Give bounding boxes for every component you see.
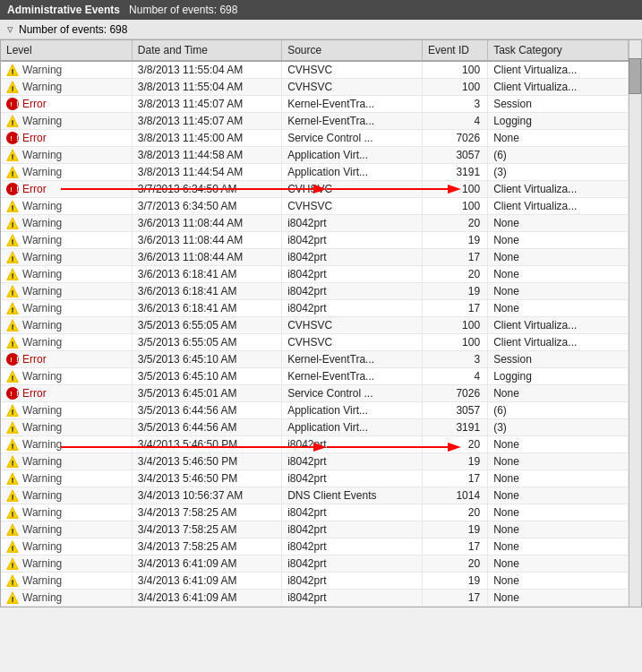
table-row[interactable]: !Warning3/4/2013 10:56:37 AMDNS Client E… xyxy=(1,487,629,504)
eventid-cell: 3 xyxy=(422,96,487,113)
table-row[interactable]: !Warning3/6/2013 11:08:44 AMi8042prt17No… xyxy=(1,249,629,266)
warning-icon: ! xyxy=(6,404,19,417)
level-cell: !Warning xyxy=(1,334,132,351)
table-row[interactable]: !Warning3/6/2013 6:18:41 AMi8042prt19Non… xyxy=(1,283,629,300)
svg-marker-48 xyxy=(7,473,18,484)
warning-icon: ! xyxy=(6,200,19,212)
datetime-cell: 3/4/2013 5:46:50 PM xyxy=(132,436,281,453)
source-cell: Application Virt... xyxy=(282,164,423,181)
level-label: Warning xyxy=(22,506,62,519)
datetime-cell: 3/6/2013 11:08:44 AM xyxy=(132,249,281,266)
taskcategory-cell: None xyxy=(488,556,629,573)
svg-text:!: ! xyxy=(12,545,14,553)
table-row[interactable]: !Warning3/8/2013 11:55:04 AMCVHSVC100Cli… xyxy=(1,79,629,96)
col-header-level[interactable]: Level xyxy=(1,40,132,61)
level-label: Warning xyxy=(22,319,62,332)
table-row[interactable]: !Warning3/4/2013 6:41:09 AMi8042prt17Non… xyxy=(1,590,629,607)
svg-text:!: ! xyxy=(10,186,12,193)
svg-text:!: ! xyxy=(12,562,14,570)
table-row[interactable]: !Warning3/8/2013 11:44:54 AMApplication … xyxy=(1,164,629,181)
eventid-cell: 4 xyxy=(422,113,487,130)
col-header-eventid[interactable]: Event ID xyxy=(422,40,487,61)
table-row[interactable]: !Warning3/4/2013 7:58:25 AMi8042prt20Non… xyxy=(1,504,629,521)
table-row[interactable]: !Error3/7/2013 6:34:50 AMCVHSVC100Client… xyxy=(1,181,629,198)
table-row[interactable]: !Warning3/8/2013 11:45:07 AMKernel-Event… xyxy=(1,113,629,130)
level-label: Warning xyxy=(22,81,62,93)
taskcategory-cell: (6) xyxy=(488,402,629,419)
taskcategory-cell: Client Virtualiza... xyxy=(488,198,629,215)
eventid-cell: 17 xyxy=(422,470,487,487)
table-row[interactable]: !Warning3/4/2013 5:46:50 PMi8042prt17Non… xyxy=(1,470,629,487)
scrollbar-thumb[interactable] xyxy=(629,58,641,94)
svg-marker-16 xyxy=(7,201,18,211)
eventid-cell: 20 xyxy=(422,436,487,453)
warning-icon: ! xyxy=(6,489,19,502)
table-row[interactable]: !Warning3/6/2013 6:18:41 AMi8042prt17Non… xyxy=(1,300,629,317)
table-row[interactable]: !Warning3/4/2013 7:58:25 AMi8042prt19Non… xyxy=(1,521,629,538)
table-row[interactable]: !Warning3/8/2013 11:44:58 AMApplication … xyxy=(1,147,629,164)
table-row[interactable]: !Warning3/4/2013 5:46:50 PMi8042prt20Non… xyxy=(1,436,629,453)
table-row[interactable]: !Error3/8/2013 11:45:07 AMKernel-EventTr… xyxy=(1,96,629,113)
table-row[interactable]: !Error3/5/2013 6:45:10 AMKernel-EventTra… xyxy=(1,351,629,368)
table-row[interactable]: !Warning3/5/2013 6:55:05 AMCVHSVC100Clie… xyxy=(1,317,629,334)
table-row[interactable]: !Warning3/6/2013 6:18:41 AMi8042prt20Non… xyxy=(1,266,629,283)
svg-marker-22 xyxy=(7,252,18,263)
table-row[interactable]: !Warning3/8/2013 11:55:04 AMCVHSVC100Cli… xyxy=(1,61,629,79)
level-label: Warning xyxy=(22,268,62,280)
col-header-source[interactable]: Source xyxy=(282,40,423,61)
svg-marker-40 xyxy=(7,405,18,416)
level-cell: !Warning xyxy=(1,470,132,487)
eventid-cell: 19 xyxy=(422,232,487,249)
datetime-cell: 3/6/2013 6:18:41 AM xyxy=(132,283,281,300)
table-row[interactable]: !Warning3/6/2013 11:08:44 AMi8042prt20No… xyxy=(1,215,629,232)
table-row[interactable]: !Warning3/5/2013 6:45:10 AMKernel-EventT… xyxy=(1,368,629,385)
level-label: Warning xyxy=(22,370,62,383)
table-row[interactable]: !Warning3/5/2013 6:44:56 AMApplication V… xyxy=(1,419,629,436)
svg-text:!: ! xyxy=(12,204,14,212)
table-row[interactable]: !Warning3/4/2013 6:41:09 AMi8042prt20Non… xyxy=(1,556,629,573)
warning-icon: ! xyxy=(6,455,19,468)
filter-icon[interactable]: ▿ xyxy=(7,22,13,36)
source-cell: Kernel-EventTra... xyxy=(282,368,423,385)
table-row[interactable]: !Warning3/7/2013 6:34:50 AMCVHSVC100Clie… xyxy=(1,198,629,215)
svg-text:!: ! xyxy=(12,596,14,604)
level-label: Warning xyxy=(22,166,62,178)
table-row[interactable]: !Error3/5/2013 6:45:01 AMService Control… xyxy=(1,385,629,402)
level-label: Warning xyxy=(22,438,62,451)
table-row[interactable]: !Warning3/6/2013 11:08:44 AMi8042prt19No… xyxy=(1,232,629,249)
level-cell: !Warning xyxy=(1,164,132,181)
svg-text:!: ! xyxy=(12,340,14,349)
source-cell: CVHSVC xyxy=(282,79,423,96)
col-header-taskcategory[interactable]: Task Category xyxy=(488,40,629,61)
table-row[interactable]: !Warning3/4/2013 7:58:25 AMi8042prt17Non… xyxy=(1,538,629,556)
level-cell: !Warning xyxy=(1,573,132,590)
table-row[interactable]: !Error3/8/2013 11:45:00 AMService Contro… xyxy=(1,130,629,147)
eventid-cell: 4 xyxy=(422,368,487,385)
col-header-datetime[interactable]: Date and Time xyxy=(132,40,281,61)
table-row[interactable]: !Warning3/5/2013 6:44:56 AMApplication V… xyxy=(1,402,629,419)
datetime-cell: 3/4/2013 6:41:09 AM xyxy=(132,573,281,590)
title-bar: Administrative Events Number of events: … xyxy=(0,0,642,20)
error-icon: ! xyxy=(6,353,19,366)
level-cell: !Warning xyxy=(1,215,132,232)
taskcategory-cell: None xyxy=(488,487,629,504)
table-row[interactable]: !Warning3/4/2013 6:41:09 AMi8042prt19Non… xyxy=(1,573,629,590)
datetime-cell: 3/4/2013 7:58:25 AM xyxy=(132,538,281,556)
warning-icon: ! xyxy=(6,540,19,553)
svg-marker-18 xyxy=(7,218,18,228)
taskcategory-cell: None xyxy=(488,215,629,232)
level-label: Warning xyxy=(22,557,62,570)
datetime-cell: 3/8/2013 11:45:07 AM xyxy=(132,113,281,130)
level-cell: !Warning xyxy=(1,504,132,521)
level-cell: !Error xyxy=(1,130,132,147)
level-label: Warning xyxy=(22,64,62,76)
table-row[interactable]: !Warning3/5/2013 6:55:05 AMCVHSVC100Clie… xyxy=(1,334,629,351)
table-row[interactable]: !Warning3/4/2013 5:46:50 PMi8042prt19Non… xyxy=(1,453,629,470)
level-label: Warning xyxy=(22,591,62,604)
source-cell: Application Virt... xyxy=(282,402,423,419)
source-cell: i8042prt xyxy=(282,470,423,487)
scrollbar-track[interactable] xyxy=(629,40,641,607)
warning-icon: ! xyxy=(6,506,19,519)
level-label: Error xyxy=(22,98,47,110)
datetime-cell: 3/5/2013 6:55:05 AM xyxy=(132,334,281,351)
